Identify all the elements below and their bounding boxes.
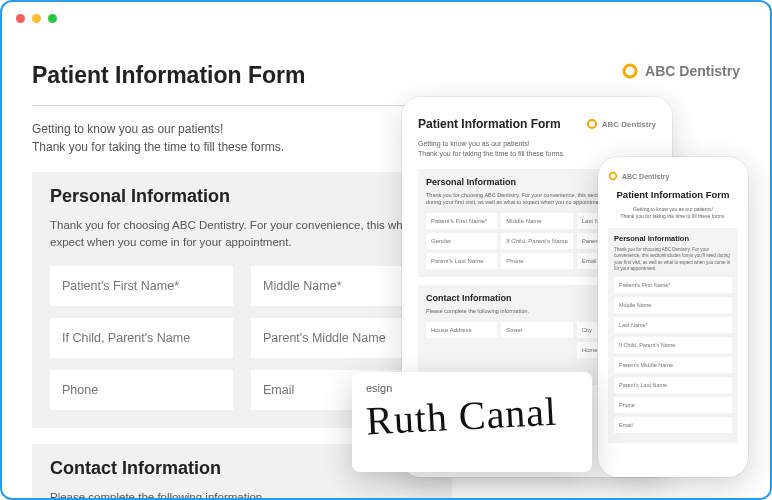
t-first-name[interactable]: Patient's First Name*	[426, 213, 497, 229]
t-ifchild[interactable]: If Child, Parent's Name	[501, 233, 572, 249]
phone-personal-section: Personal Information Thank you for choos…	[608, 228, 738, 443]
logo-ring-icon	[621, 62, 639, 80]
logo-ring-icon	[586, 118, 598, 130]
svg-point-0	[624, 65, 636, 77]
first-name-field[interactable]	[50, 266, 233, 306]
t-street[interactable]: Street	[501, 322, 572, 338]
logo-ring-icon	[608, 171, 618, 181]
phone-brand: ABC Dentistry	[608, 171, 738, 181]
personal-desc: Thank you for choosing ABC Dentistry. Fo…	[50, 217, 434, 252]
svg-point-1	[588, 120, 596, 128]
window-controls	[16, 14, 57, 23]
p-ifchild[interactable]: If Child, Parent's Name	[614, 337, 732, 353]
company-logo: ABC Dentistry	[621, 62, 740, 80]
svg-point-2	[610, 173, 617, 180]
signature-text: Ruth Canal	[365, 390, 579, 441]
brand-name: ABC Dentistry	[645, 63, 740, 79]
p-email[interactable]: Email	[614, 417, 732, 433]
personal-heading: Personal Information	[50, 186, 434, 207]
t-middle-name[interactable]: Middle Name	[501, 213, 572, 229]
parent-name-field[interactable]	[50, 318, 233, 358]
p-middle[interactable]: Middle Name	[614, 297, 732, 313]
phone-personal-desc: Thank you for choosing ABC Dentistry. Fo…	[614, 247, 732, 272]
p-parent-middle[interactable]: Parent's Middle Name	[614, 357, 732, 373]
t-house[interactable]: House Address	[426, 322, 497, 338]
divider	[32, 105, 452, 106]
minimize-icon[interactable]	[32, 14, 41, 23]
p-parent-last[interactable]: Parent's Last Name	[614, 377, 732, 393]
tablet-brand: ABC Dentistry	[586, 118, 656, 130]
t-gender[interactable]: Gender	[426, 233, 497, 249]
t-phone[interactable]: Phone	[501, 253, 572, 269]
t-parent-last[interactable]: Parent's Last Name	[426, 253, 497, 269]
phone-intro: Getting to know you as our patients! Tha…	[608, 206, 738, 220]
phone-preview: ABC Dentistry Patient Information Form G…	[598, 157, 748, 477]
phone-personal-heading: Personal Information	[614, 234, 732, 243]
phone-title: Patient Information Form	[608, 189, 738, 200]
maximize-icon[interactable]	[48, 14, 57, 23]
close-icon[interactable]	[16, 14, 25, 23]
tablet-title: Patient Information Form	[418, 117, 561, 131]
contact-desc: Please complete the following informatio…	[50, 489, 434, 501]
esign-card: esign Ruth Canal	[352, 372, 592, 472]
p-phone[interactable]: Phone	[614, 397, 732, 413]
browser-window: ABC Dentistry Patient Information Form G…	[0, 0, 772, 500]
tablet-intro: Getting to know you as our patients! Tha…	[418, 139, 656, 159]
intro-text: Getting to know you as our patients! Tha…	[32, 120, 452, 156]
phone-field[interactable]	[50, 370, 233, 410]
form-title: Patient Information Form	[32, 62, 452, 89]
p-last[interactable]: Last Name*	[614, 317, 732, 333]
p-first[interactable]: Patient's First Name*	[614, 277, 732, 293]
